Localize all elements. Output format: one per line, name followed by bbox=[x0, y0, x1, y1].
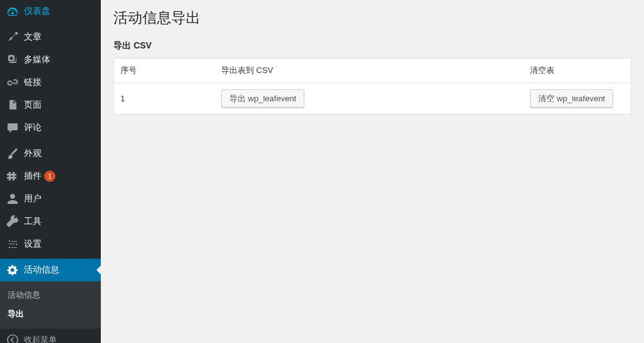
gear-icon bbox=[6, 264, 19, 276]
user-icon bbox=[6, 193, 19, 205]
collapse-icon bbox=[6, 334, 19, 343]
sidebar-item-posts[interactable]: 文章 bbox=[0, 26, 101, 48]
submenu: 活动信息 导出 bbox=[0, 281, 101, 329]
admin-sidebar: 仪表盘 文章 多媒体 链接 页面 评论 外观 插件 1 用户 工具 设置 活动信… bbox=[0, 0, 101, 343]
sliders-icon bbox=[6, 238, 19, 250]
menu-label: 评论 bbox=[24, 122, 42, 133]
clear-button[interactable]: 清空 wp_leafevent bbox=[530, 89, 613, 108]
sidebar-item-users[interactable]: 用户 bbox=[0, 188, 101, 210]
plugin-icon bbox=[6, 170, 19, 183]
th-clear: 清空表 bbox=[524, 59, 631, 83]
sidebar-item-links[interactable]: 链接 bbox=[0, 71, 101, 94]
menu-label: 用户 bbox=[24, 193, 42, 205]
menu-label: 活动信息 bbox=[24, 264, 59, 276]
pin-icon bbox=[6, 31, 19, 43]
export-button[interactable]: 导出 wp_leafevent bbox=[221, 89, 304, 108]
menu-label: 链接 bbox=[24, 77, 42, 88]
update-badge: 1 bbox=[44, 171, 55, 182]
content-area: 活动信息导出 导出 CSV 序号 导出表到 CSV 清空表 1 导出 wp_le… bbox=[101, 0, 644, 343]
collapse-label: 收起菜单 bbox=[24, 334, 57, 343]
sidebar-item-activity[interactable]: 活动信息 bbox=[0, 259, 101, 281]
th-seq: 序号 bbox=[114, 59, 215, 83]
menu-label: 多媒体 bbox=[24, 54, 50, 65]
link-icon bbox=[6, 76, 19, 89]
sidebar-item-media[interactable]: 多媒体 bbox=[0, 48, 101, 71]
main-menu: 仪表盘 文章 多媒体 链接 页面 评论 外观 插件 1 用户 工具 设置 活动信… bbox=[0, 0, 101, 281]
sidebar-item-dashboard[interactable]: 仪表盘 bbox=[0, 0, 101, 23]
export-table: 序号 导出表到 CSV 清空表 1 导出 wp_leafevent 清空 wp_… bbox=[113, 58, 631, 115]
sidebar-item-settings[interactable]: 设置 bbox=[0, 233, 101, 256]
collapse-menu[interactable]: 收起菜单 bbox=[0, 329, 101, 343]
menu-label: 页面 bbox=[24, 99, 42, 111]
menu-label: 插件 bbox=[24, 171, 42, 182]
menu-label: 外观 bbox=[24, 148, 42, 159]
menu-label: 设置 bbox=[24, 239, 42, 250]
page-title: 活动信息导出 bbox=[113, 0, 631, 30]
brush-icon bbox=[6, 147, 19, 160]
menu-label: 仪表盘 bbox=[24, 6, 50, 17]
dashboard-icon bbox=[6, 5, 19, 18]
submenu-item-activity[interactable]: 活动信息 bbox=[0, 286, 101, 305]
sidebar-item-pages[interactable]: 页面 bbox=[0, 94, 101, 116]
menu-label: 文章 bbox=[24, 31, 42, 43]
media-icon bbox=[6, 53, 19, 66]
cell-seq: 1 bbox=[114, 83, 215, 115]
wrench-icon bbox=[6, 215, 19, 228]
sidebar-item-plugins[interactable]: 插件 1 bbox=[0, 165, 101, 188]
sidebar-item-appearance[interactable]: 外观 bbox=[0, 142, 101, 165]
comment-icon bbox=[6, 121, 19, 134]
th-export: 导出表到 CSV bbox=[215, 59, 524, 83]
sidebar-item-tools[interactable]: 工具 bbox=[0, 210, 101, 233]
page-icon bbox=[6, 99, 19, 111]
submenu-item-export[interactable]: 导出 bbox=[0, 305, 101, 323]
sidebar-item-comments[interactable]: 评论 bbox=[0, 116, 101, 139]
section-title: 导出 CSV bbox=[113, 40, 631, 52]
table-row: 1 导出 wp_leafevent 清空 wp_leafevent bbox=[114, 83, 631, 115]
menu-label: 工具 bbox=[24, 216, 42, 227]
